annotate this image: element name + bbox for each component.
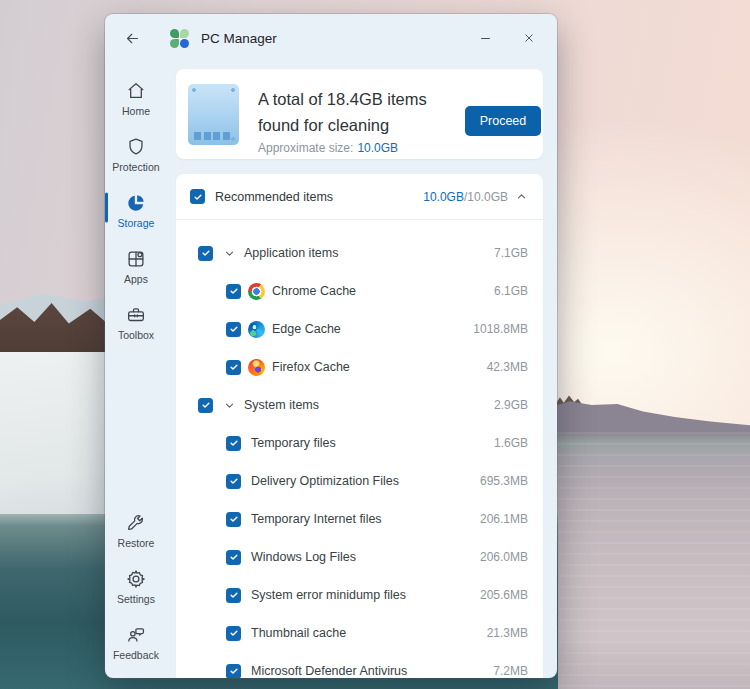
- selected-indicator: [105, 193, 108, 223]
- item-row-delivery-optimization-files[interactable]: Delivery Optimization Files 695.3MB: [176, 462, 543, 500]
- group-size: 2.9GB: [494, 398, 528, 412]
- item-size: 42.3MB: [487, 360, 528, 374]
- item-size: 1018.8MB: [473, 322, 528, 336]
- pc-manager-logo: [170, 29, 189, 48]
- checkbox[interactable]: [226, 512, 241, 527]
- item-size: 206.0MB: [480, 550, 528, 564]
- approx-size-value: 10.0GB: [357, 141, 398, 155]
- checkbox[interactable]: [226, 474, 241, 489]
- minimize-button[interactable]: [463, 22, 507, 54]
- cleanup-item-rows: Application items 7.1GB Chrome Cache 6.1…: [176, 220, 543, 678]
- cleanup-items-card: Recommended items 10.0GB / 10.0GB Applic…: [176, 174, 543, 678]
- item-size: 6.1GB: [494, 284, 528, 298]
- sidebar-item-label: Storage: [118, 217, 155, 229]
- sidebar-item-feedback[interactable]: Feedback: [105, 614, 167, 670]
- checkbox[interactable]: [226, 284, 241, 299]
- titlebar: PC Manager: [105, 14, 557, 62]
- firefox-icon: [248, 359, 265, 376]
- app-title: PC Manager: [201, 31, 277, 46]
- group-row-application-items[interactable]: Application items 7.1GB: [176, 234, 543, 272]
- toolbox-icon: [125, 304, 147, 326]
- sidebar-item-label: Protection: [112, 161, 159, 173]
- checkbox[interactable]: [226, 436, 241, 451]
- chevron-down-icon[interactable]: [222, 398, 236, 412]
- total-size: 10.0GB: [467, 190, 508, 204]
- minimize-icon: [478, 31, 493, 46]
- cleanup-title-line1: A total of 18.4GB items: [258, 86, 427, 112]
- item-size: 21.3MB: [487, 626, 528, 640]
- checkbox[interactable]: [198, 246, 213, 261]
- checkbox[interactable]: [226, 322, 241, 337]
- sidebar-item-label: Feedback: [113, 649, 159, 661]
- disk-drive-icon: [188, 84, 239, 145]
- item-label: System error minidump files: [251, 588, 406, 602]
- item-row-temporary-files[interactable]: Temporary files 1.6GB: [176, 424, 543, 462]
- cleanup-summary-card: A total of 18.4GB items found for cleani…: [176, 69, 543, 159]
- disk-pins: [194, 132, 230, 140]
- item-label: Temporary Internet files: [251, 512, 382, 526]
- item-row-firefox-cache[interactable]: Firefox Cache 42.3MB: [176, 348, 543, 386]
- item-row-edge-cache[interactable]: Edge Cache 1018.8MB: [176, 310, 543, 348]
- checkbox[interactable]: [198, 398, 213, 413]
- sidebar-item-restore[interactable]: Restore: [105, 502, 167, 558]
- chrome-icon: [248, 283, 265, 300]
- recommended-items-header[interactable]: Recommended items 10.0GB / 10.0GB: [176, 174, 543, 219]
- item-row-chrome-cache[interactable]: Chrome Cache 6.1GB: [176, 272, 543, 310]
- checkbox[interactable]: [226, 360, 241, 375]
- close-button[interactable]: [507, 22, 551, 54]
- cleanup-title-line2: found for cleaning: [258, 112, 427, 138]
- item-size: 205.6MB: [480, 588, 528, 602]
- sidebar-item-label: Apps: [124, 273, 148, 285]
- sidebar-item-storage[interactable]: Storage: [105, 182, 167, 238]
- item-label: Windows Log Files: [251, 550, 356, 564]
- item-label: Firefox Cache: [272, 360, 350, 374]
- group-row-system-items[interactable]: System items 2.9GB: [176, 386, 543, 424]
- pc-manager-window: PC Manager Home Protection: [105, 14, 557, 678]
- group-label: Application items: [244, 246, 339, 260]
- item-label: Microsoft Defender Antivirus: [251, 664, 407, 678]
- item-label: Chrome Cache: [272, 284, 356, 298]
- item-row-thumbnail-cache[interactable]: Thumbnail cache 21.3MB: [176, 614, 543, 652]
- cleanup-summary-text: A total of 18.4GB items found for cleani…: [258, 86, 427, 155]
- sidebar-item-label: Home: [122, 105, 150, 117]
- edge-icon: [248, 321, 265, 338]
- item-label: Edge Cache: [272, 322, 341, 336]
- item-row-windows-log-files[interactable]: Windows Log Files 206.0MB: [176, 538, 543, 576]
- checkbox[interactable]: [226, 588, 241, 603]
- sidebar-item-toolbox[interactable]: Toolbox: [105, 294, 167, 350]
- checkbox[interactable]: [226, 664, 241, 679]
- chevron-up-icon[interactable]: [514, 190, 528, 204]
- sidebar-item-label: Settings: [117, 593, 155, 605]
- window-controls: [463, 22, 557, 54]
- shield-icon: [125, 136, 147, 158]
- sidebar-item-apps[interactable]: Apps: [105, 238, 167, 294]
- group-size: 7.1GB: [494, 246, 528, 260]
- chevron-down-icon[interactable]: [222, 246, 236, 260]
- checkbox[interactable]: [226, 550, 241, 565]
- home-icon: [125, 80, 147, 102]
- item-row-microsoft-defender-antivirus[interactable]: Microsoft Defender Antivirus 7.2MB: [176, 652, 543, 678]
- back-arrow-icon: [124, 30, 141, 47]
- item-size: 695.3MB: [480, 474, 528, 488]
- approx-size-label: Approximate size:: [258, 141, 353, 155]
- item-label: Thumbnail cache: [251, 626, 346, 640]
- wallpaper-water-right: [552, 432, 750, 689]
- sidebar: Home Protection Storage Apps Toolbox: [105, 62, 167, 678]
- sidebar-item-settings[interactable]: Settings: [105, 558, 167, 614]
- item-row-system-error-minidump-files[interactable]: System error minidump files 205.6MB: [176, 576, 543, 614]
- back-button[interactable]: [116, 24, 148, 52]
- sidebar-item-label: Restore: [118, 537, 155, 549]
- recommended-items-label: Recommended items: [215, 190, 333, 204]
- item-row-temporary-internet-files[interactable]: Temporary Internet files 206.1MB: [176, 500, 543, 538]
- sidebar-item-label: Toolbox: [118, 329, 154, 341]
- item-size: 206.1MB: [480, 512, 528, 526]
- feedback-icon: [125, 624, 147, 646]
- sidebar-item-protection[interactable]: Protection: [105, 126, 167, 182]
- proceed-button[interactable]: Proceed: [465, 106, 541, 136]
- sidebar-item-home[interactable]: Home: [105, 70, 167, 126]
- selected-size: 10.0GB: [423, 190, 464, 204]
- recommended-items-checkbox[interactable]: [190, 189, 205, 204]
- wrench-icon: [125, 512, 147, 534]
- checkbox[interactable]: [226, 626, 241, 641]
- group-label: System items: [244, 398, 319, 412]
